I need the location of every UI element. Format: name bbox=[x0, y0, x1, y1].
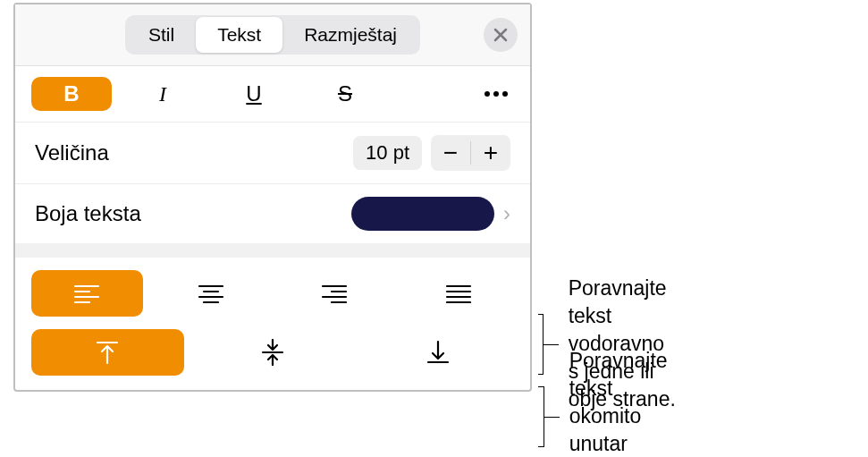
size-decrease-button[interactable]: − bbox=[431, 135, 470, 171]
size-controls: 10 pt − + bbox=[353, 135, 510, 171]
bold-icon: B bbox=[63, 81, 79, 106]
callout-vertical: Poravnajte tekst okomito unutar objekta. bbox=[538, 347, 679, 457]
align-right-icon bbox=[321, 284, 348, 303]
align-left-button[interactable] bbox=[31, 270, 143, 317]
color-controls: › bbox=[351, 197, 510, 231]
italic-icon: I bbox=[159, 82, 166, 106]
text-format-panel: Stil Tekst Razmještaj B I U S Veličin bbox=[13, 3, 532, 392]
size-label: Veličina bbox=[35, 140, 109, 165]
tab-stil[interactable]: Stil bbox=[127, 17, 196, 53]
bold-button[interactable]: B bbox=[31, 77, 112, 111]
size-value[interactable]: 10 pt bbox=[353, 136, 422, 170]
tab-razmjestaj[interactable]: Razmještaj bbox=[282, 17, 418, 53]
dot-icon bbox=[485, 91, 490, 97]
callout-vertical-text: Poravnajte tekst okomito unutar objekta. bbox=[569, 347, 679, 457]
text-style-row: B I U S bbox=[15, 66, 530, 123]
underline-button[interactable]: U bbox=[214, 77, 294, 111]
valign-bottom-icon bbox=[426, 340, 450, 365]
close-icon bbox=[493, 28, 508, 42]
valign-bottom-button[interactable] bbox=[361, 329, 514, 376]
color-label: Boja teksta bbox=[35, 201, 141, 226]
horizontal-align-row bbox=[31, 270, 514, 317]
more-options-button[interactable] bbox=[478, 91, 514, 97]
color-swatch[interactable] bbox=[351, 197, 494, 231]
valign-top-icon bbox=[96, 340, 119, 365]
align-justify-icon bbox=[445, 284, 472, 303]
section-gap bbox=[15, 243, 530, 258]
chevron-right-icon[interactable]: › bbox=[503, 201, 510, 226]
strikethrough-button[interactable]: S bbox=[305, 77, 385, 111]
bracket-icon bbox=[538, 386, 544, 447]
alignment-section bbox=[15, 258, 530, 390]
valign-middle-button[interactable] bbox=[197, 329, 350, 376]
panel-header: Stil Tekst Razmještaj bbox=[15, 4, 530, 66]
valign-top-button[interactable] bbox=[31, 329, 184, 376]
align-center-icon bbox=[198, 284, 224, 303]
size-increase-button[interactable]: + bbox=[471, 135, 510, 171]
close-button[interactable] bbox=[484, 18, 518, 52]
dot-icon bbox=[493, 91, 499, 97]
font-size-row: Veličina 10 pt − + bbox=[15, 123, 530, 184]
align-left-icon bbox=[73, 284, 100, 303]
valign-middle-icon bbox=[261, 339, 284, 366]
dot-icon bbox=[502, 91, 508, 97]
align-justify-button[interactable] bbox=[403, 270, 515, 317]
align-right-button[interactable] bbox=[279, 270, 391, 317]
vertical-align-row bbox=[31, 329, 514, 376]
align-center-button[interactable] bbox=[156, 270, 267, 317]
strikethrough-icon: S bbox=[338, 81, 352, 106]
italic-button[interactable]: I bbox=[122, 77, 203, 111]
tab-group: Stil Tekst Razmještaj bbox=[125, 15, 420, 55]
underline-icon: U bbox=[246, 81, 261, 106]
tab-tekst[interactable]: Tekst bbox=[196, 17, 282, 53]
size-stepper: − + bbox=[431, 135, 510, 171]
text-color-row: Boja teksta › bbox=[15, 184, 530, 243]
